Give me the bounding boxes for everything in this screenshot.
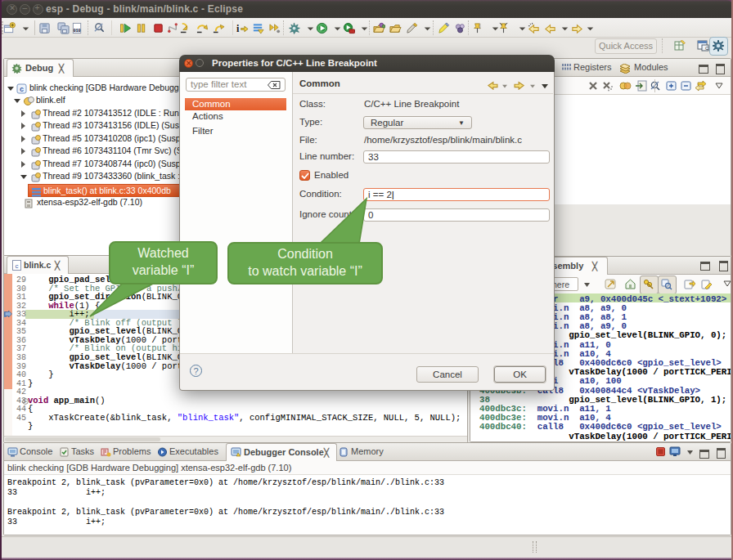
svg-text:c: c: [16, 262, 19, 270]
svg-text:i: i: [236, 23, 240, 34]
svg-text:010: 010: [73, 29, 80, 34]
svg-text:c: c: [20, 85, 24, 93]
